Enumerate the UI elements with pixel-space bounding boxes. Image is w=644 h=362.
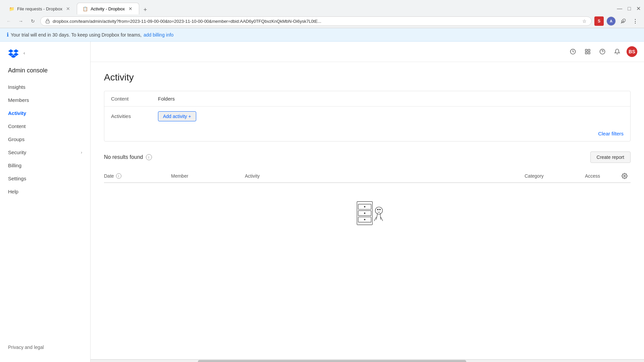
dropbox-logo-icon: [8, 48, 19, 58]
profile-icon[interactable]: A: [606, 16, 616, 26]
content-filter-value: Folders: [158, 96, 624, 102]
col-activity: Activity: [245, 173, 525, 179]
create-report-button[interactable]: Create report: [590, 152, 631, 163]
clear-filters-row: Clear filters: [104, 126, 630, 141]
sidebar-logo: ‹: [0, 48, 90, 67]
help-circle-icon[interactable]: [597, 46, 608, 57]
results-title: No results found i: [104, 154, 152, 160]
table-header: Date i Member Activity Category Access: [104, 170, 631, 183]
svg-point-24: [379, 209, 380, 210]
trial-info-icon: ℹ: [7, 32, 9, 38]
security-chevron-icon: ›: [81, 150, 82, 155]
menu-icon[interactable]: ⋮: [631, 16, 640, 26]
browser-toolbar: ← → ↻ dropbox.com/team/admin/activity?fr…: [0, 14, 644, 28]
tab2-close-icon[interactable]: ✕: [127, 6, 133, 12]
activities-filter-content: Add activity +: [158, 111, 624, 121]
svg-rect-0: [46, 21, 50, 23]
svg-line-21: [374, 217, 376, 221]
content-label: Content: [8, 123, 26, 129]
col-access: Access: [585, 173, 619, 179]
svg-point-18: [375, 207, 383, 215]
activities-filter-row: Activities Add activity +: [104, 107, 630, 126]
col-date: Date i: [104, 173, 171, 179]
svg-line-19: [376, 213, 378, 220]
address-bar[interactable]: dropbox.com/team/admin/activity?from=202…: [40, 16, 592, 26]
sidebar-item-billing[interactable]: Billing: [0, 159, 90, 172]
page-content: Activity Content Folders Activities Add …: [91, 62, 644, 359]
privacy-legal-link[interactable]: Privacy and legal: [0, 338, 90, 357]
col-member: Member: [171, 173, 245, 179]
sidebar-nav: Insights Members Activity Content Groups…: [0, 81, 90, 338]
close-button[interactable]: ✕: [636, 5, 641, 12]
new-tab-button[interactable]: +: [141, 5, 150, 14]
results-header: No results found i Create report: [104, 148, 631, 166]
sidebar: ‹ Admin console Insights Members Activit…: [0, 42, 91, 362]
content-filter-row: Content Folders: [104, 91, 630, 107]
svg-line-20: [380, 213, 381, 220]
browser-tab-2[interactable]: 📋 Activity - Dropbox ✕: [77, 3, 139, 14]
bookmark-icon[interactable]: ☆: [582, 18, 587, 24]
maximize-button[interactable]: □: [628, 6, 631, 12]
tab2-favicon: 📋: [83, 6, 88, 11]
svg-rect-6: [585, 52, 587, 54]
activity-label: Activity: [8, 110, 26, 116]
members-label: Members: [8, 97, 29, 103]
clear-filters-button[interactable]: Clear filters: [598, 131, 624, 136]
minimize-button[interactable]: —: [617, 6, 622, 12]
sidebar-collapse-button[interactable]: ‹: [23, 50, 25, 56]
col-category: Category: [525, 173, 585, 179]
sidebar-item-activity[interactable]: Activity: [0, 107, 90, 119]
extensions-puzzle-icon[interactable]: [619, 16, 628, 26]
svg-line-22: [381, 217, 383, 221]
admin-console-label: Admin console: [0, 67, 90, 81]
scrollbar-thumb[interactable]: [198, 360, 466, 362]
sidebar-item-members[interactable]: Members: [0, 94, 90, 106]
horizontal-scrollbar[interactable]: [91, 359, 644, 362]
extensions-icon[interactable]: S: [594, 16, 604, 26]
reload-button[interactable]: ↻: [28, 16, 38, 26]
filter-section: Content Folders Activities Add activity …: [104, 91, 631, 141]
tab2-label: Activity - Dropbox: [91, 6, 125, 11]
svg-rect-7: [588, 52, 590, 54]
browser-chrome: 📁 File requests - Dropbox ✕ 📋 Activity -…: [0, 0, 644, 28]
empty-state: [104, 183, 631, 243]
forward-button[interactable]: →: [16, 16, 25, 26]
clock-icon[interactable]: [568, 46, 578, 57]
svg-point-15: [364, 206, 365, 207]
add-activity-button[interactable]: Add activity +: [158, 111, 196, 121]
sidebar-item-help[interactable]: Help: [0, 185, 90, 198]
svg-rect-4: [585, 49, 587, 51]
sidebar-item-groups[interactable]: Groups: [0, 133, 90, 145]
security-label: Security: [8, 149, 26, 155]
toolbar-icons: S A ⋮: [594, 16, 640, 26]
activities-filter-label: Activities: [111, 111, 158, 119]
table-settings-icon[interactable]: [619, 173, 631, 179]
settings-label: Settings: [8, 176, 26, 181]
user-avatar[interactable]: BS: [627, 46, 637, 57]
top-bar: BS: [91, 42, 644, 62]
bell-icon[interactable]: [612, 46, 623, 57]
groups-label: Groups: [8, 136, 24, 142]
grid-icon[interactable]: [582, 46, 593, 57]
tab1-favicon: 📁: [9, 6, 14, 11]
sidebar-item-security[interactable]: Security ›: [0, 146, 90, 159]
browser-titlebar: 📁 File requests - Dropbox ✕ 📋 Activity -…: [0, 0, 644, 14]
svg-point-17: [364, 219, 365, 220]
window-controls: — □ ✕: [617, 5, 641, 12]
help-label: Help: [8, 189, 18, 194]
lock-icon: [45, 19, 50, 23]
trial-banner: ℹ Your trial will end in 30 days. To kee…: [0, 28, 644, 42]
svg-point-23: [377, 209, 378, 210]
tab1-close-icon[interactable]: ✕: [65, 6, 71, 12]
page-title: Activity: [104, 72, 631, 83]
results-info-icon[interactable]: i: [146, 154, 152, 160]
browser-tab-1[interactable]: 📁 File requests - Dropbox ✕: [3, 3, 77, 14]
back-button[interactable]: ←: [4, 16, 13, 26]
sidebar-item-insights[interactable]: Insights: [0, 81, 90, 93]
add-billing-link[interactable]: add billing info: [144, 32, 174, 38]
insights-label: Insights: [8, 84, 25, 90]
sidebar-item-content[interactable]: Content: [0, 120, 90, 132]
sidebar-item-settings[interactable]: Settings: [0, 172, 90, 185]
date-info-icon[interactable]: i: [116, 173, 121, 179]
no-results-text: No results found: [104, 154, 143, 160]
